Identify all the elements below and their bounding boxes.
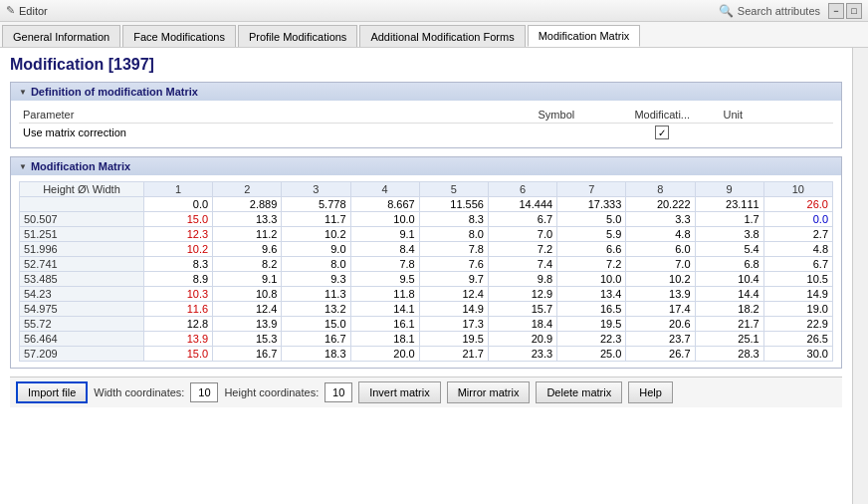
matrix-cell-9-0[interactable]: 15.0 — [143, 347, 212, 362]
matrix-cell-8-7[interactable]: 23.7 — [626, 332, 695, 347]
matrix-cell-5-3[interactable]: 11.8 — [350, 287, 419, 302]
matrix-cell-4-5[interactable]: 9.8 — [488, 272, 556, 287]
matrix-cell-3-8[interactable]: 6.8 — [695, 257, 763, 272]
matrix-cell-4-2[interactable]: 9.3 — [282, 272, 350, 287]
matrix-cell-6-5[interactable]: 15.7 — [488, 302, 556, 317]
matrix-cell-8-4[interactable]: 19.5 — [419, 332, 488, 347]
matrix-cell-8-6[interactable]: 22.3 — [557, 332, 626, 347]
matrix-cell-4-0[interactable]: 8.9 — [143, 272, 212, 287]
delete-button[interactable]: Delete matrix — [536, 381, 622, 403]
matrix-cell-5-2[interactable]: 11.3 — [282, 287, 350, 302]
mirror-button[interactable]: Mirror matrix — [447, 381, 531, 403]
matrix-cell-6-2[interactable]: 13.2 — [282, 302, 350, 317]
matrix-correction-checkbox[interactable]: ✓ — [655, 126, 669, 139]
matrix-cell-9-5[interactable]: 23.3 — [488, 347, 556, 362]
matrix-cell-9-9[interactable]: 30.0 — [763, 347, 832, 362]
matrix-cell-6-4[interactable]: 14.9 — [419, 302, 488, 317]
matrix-cell-7-5[interactable]: 18.4 — [488, 317, 556, 332]
matrix-cell-1-6[interactable]: 5.9 — [557, 227, 626, 242]
matrix-cell-2-8[interactable]: 5.4 — [695, 242, 763, 257]
matrix-cell-4-8[interactable]: 10.4 — [695, 272, 763, 287]
matrix-cell-3-5[interactable]: 7.4 — [488, 257, 556, 272]
matrix-cell-4-1[interactable]: 9.1 — [213, 272, 282, 287]
matrix-cell-0-2[interactable]: 11.7 — [282, 212, 350, 227]
matrix-cell-3-9[interactable]: 6.7 — [763, 257, 832, 272]
matrix-cell-5-6[interactable]: 13.4 — [557, 287, 626, 302]
matrix-cell-3-3[interactable]: 7.8 — [350, 257, 419, 272]
matrix-cell-7-4[interactable]: 17.3 — [419, 317, 488, 332]
width-input[interactable] — [190, 382, 218, 402]
matrix-cell-7-9[interactable]: 22.9 — [763, 317, 832, 332]
matrix-cell-9-4[interactable]: 21.7 — [419, 347, 488, 362]
matrix-cell-5-0[interactable]: 10.3 — [143, 287, 212, 302]
matrix-cell-7-1[interactable]: 13.9 — [213, 317, 282, 332]
matrix-cell-0-5[interactable]: 6.7 — [488, 212, 556, 227]
matrix-cell-8-2[interactable]: 16.7 — [282, 332, 350, 347]
matrix-cell-2-0[interactable]: 10.2 — [143, 242, 212, 257]
matrix-cell-9-3[interactable]: 20.0 — [350, 347, 419, 362]
matrix-cell-8-1[interactable]: 15.3 — [213, 332, 282, 347]
maximize-button[interactable]: □ — [846, 3, 862, 19]
matrix-cell-0-6[interactable]: 5.0 — [557, 212, 626, 227]
matrix-cell-6-3[interactable]: 14.1 — [350, 302, 419, 317]
matrix-cell-3-0[interactable]: 8.3 — [143, 257, 212, 272]
matrix-cell-2-6[interactable]: 6.6 — [557, 242, 626, 257]
tab-face[interactable]: Face Modifications — [122, 25, 236, 47]
matrix-cell-0-0[interactable]: 15.0 — [143, 212, 212, 227]
matrix-cell-7-3[interactable]: 16.1 — [350, 317, 419, 332]
scrollbar-track[interactable] — [852, 48, 868, 504]
matrix-cell-9-8[interactable]: 28.3 — [695, 347, 763, 362]
tab-additional[interactable]: Additional Modification Forms — [359, 25, 525, 47]
matrix-cell-1-9[interactable]: 2.7 — [763, 227, 832, 242]
matrix-cell-3-6[interactable]: 7.2 — [557, 257, 626, 272]
matrix-cell-1-5[interactable]: 7.0 — [488, 227, 556, 242]
matrix-cell-6-6[interactable]: 16.5 — [557, 302, 626, 317]
import-button[interactable]: Import file — [16, 381, 88, 403]
matrix-cell-6-1[interactable]: 12.4 — [213, 302, 282, 317]
matrix-cell-0-7[interactable]: 3.3 — [626, 212, 695, 227]
matrix-cell-8-0[interactable]: 13.9 — [143, 332, 212, 347]
matrix-header[interactable]: ▼ Modification Matrix — [11, 157, 841, 175]
matrix-cell-7-6[interactable]: 19.5 — [557, 317, 626, 332]
matrix-cell-9-7[interactable]: 26.7 — [626, 347, 695, 362]
matrix-cell-0-8[interactable]: 1.7 — [695, 212, 763, 227]
param-checkbox-cell[interactable]: ✓ — [605, 124, 720, 142]
height-input[interactable] — [325, 382, 352, 402]
matrix-cell-2-1[interactable]: 9.6 — [213, 242, 282, 257]
matrix-cell-7-8[interactable]: 21.7 — [695, 317, 763, 332]
matrix-cell-1-4[interactable]: 8.0 — [419, 227, 488, 242]
matrix-cell-5-1[interactable]: 10.8 — [213, 287, 282, 302]
matrix-cell-3-4[interactable]: 7.6 — [419, 257, 488, 272]
matrix-cell-2-5[interactable]: 7.2 — [488, 242, 556, 257]
matrix-cell-9-1[interactable]: 16.7 — [213, 347, 282, 362]
matrix-cell-2-7[interactable]: 6.0 — [626, 242, 695, 257]
matrix-cell-1-3[interactable]: 9.1 — [350, 227, 419, 242]
matrix-cell-5-4[interactable]: 12.4 — [419, 287, 488, 302]
matrix-cell-2-4[interactable]: 7.8 — [419, 242, 488, 257]
minimize-button[interactable]: − — [828, 3, 844, 19]
matrix-cell-7-2[interactable]: 15.0 — [282, 317, 350, 332]
tab-matrix[interactable]: Modification Matrix — [528, 25, 641, 47]
matrix-cell-8-9[interactable]: 26.5 — [763, 332, 832, 347]
matrix-cell-5-7[interactable]: 13.9 — [626, 287, 695, 302]
matrix-cell-8-3[interactable]: 18.1 — [350, 332, 419, 347]
matrix-cell-6-0[interactable]: 11.6 — [143, 302, 212, 317]
matrix-cell-4-9[interactable]: 10.5 — [763, 272, 832, 287]
matrix-cell-7-7[interactable]: 20.6 — [626, 317, 695, 332]
matrix-cell-4-3[interactable]: 9.5 — [350, 272, 419, 287]
search-bar[interactable]: 🔍 Search attributes — [719, 4, 820, 18]
matrix-cell-4-7[interactable]: 10.2 — [626, 272, 695, 287]
matrix-cell-3-2[interactable]: 8.0 — [282, 257, 350, 272]
matrix-cell-3-1[interactable]: 8.2 — [213, 257, 282, 272]
matrix-cell-1-7[interactable]: 4.8 — [626, 227, 695, 242]
matrix-cell-1-8[interactable]: 3.8 — [695, 227, 763, 242]
tab-general[interactable]: General Information — [2, 25, 120, 47]
matrix-cell-5-5[interactable]: 12.9 — [488, 287, 556, 302]
matrix-cell-2-9[interactable]: 4.8 — [763, 242, 832, 257]
matrix-cell-6-7[interactable]: 17.4 — [626, 302, 695, 317]
matrix-cell-9-2[interactable]: 18.3 — [282, 347, 350, 362]
matrix-cell-0-9[interactable]: 0.0 — [763, 212, 832, 227]
matrix-cell-6-9[interactable]: 19.0 — [763, 302, 832, 317]
matrix-cell-6-8[interactable]: 18.2 — [695, 302, 763, 317]
matrix-cell-8-5[interactable]: 20.9 — [488, 332, 556, 347]
